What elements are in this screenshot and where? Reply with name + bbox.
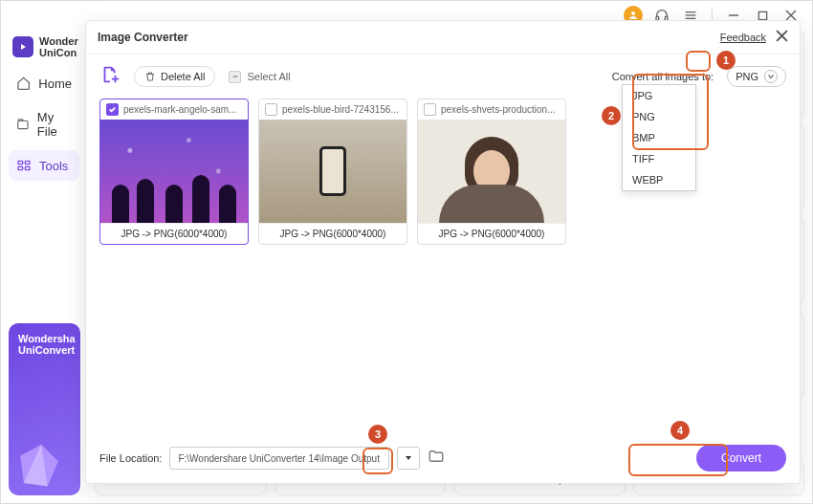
convert-to-label: Convert all images to: [612,71,714,82]
sidebar-item-home[interactable]: Home [9,68,79,99]
checkbox-icon [229,71,241,83]
format-select[interactable]: PNG [727,66,786,87]
svg-point-0 [631,11,635,15]
thumbnail-name: pexels-blue-bird-7243156... [282,104,399,115]
svg-rect-21 [115,76,117,82]
file-location-input[interactable] [169,447,389,470]
dropdown-item[interactable]: BMP [623,127,695,148]
annotation-badge-1: 1 [716,51,736,70]
open-folder-button[interactable] [428,448,445,469]
svg-marker-23 [406,456,411,460]
diamond-icon [11,439,65,493]
svg-marker-10 [21,44,26,50]
dropdown-item[interactable]: PNG [623,106,695,127]
close-icon[interactable] [776,29,788,46]
dropdown-item[interactable]: JPG [623,85,695,106]
sidebar-item-myfiles[interactable]: My File [9,102,79,146]
file-location-dropdown[interactable] [397,447,420,470]
sidebar-item-label: My File [37,110,72,139]
thumbnail-image [100,120,248,223]
sidebar-item-label: Tools [39,159,68,173]
file-location-label: File Location: [99,452,162,464]
thumbnail-card[interactable]: pexels-shvets-production... JPG -> PNG(6… [417,99,566,245]
promo-card[interactable]: WondershaUniConvert [9,323,80,495]
thumbnail-caption: JPG -> PNG(6000*4000) [100,223,248,244]
modal-title: Image Converter [98,31,188,44]
thumbnail-image [418,120,565,223]
delete-all-button[interactable]: Delete All [134,66,215,87]
chevron-down-icon [764,70,778,83]
sidebar-item-label: Home [38,77,72,91]
annotation-badge-3: 3 [368,425,387,444]
format-dropdown: JPG PNG BMP TIFF WEBP [622,84,696,191]
annotation-badge-2: 2 [602,106,621,125]
annotation-badge-4: 4 [670,421,690,440]
feedback-link[interactable]: Feedback [720,32,766,43]
modal-header: Image Converter Feedback [86,21,800,55]
svg-rect-22 [233,76,238,77]
thumbnail-checkbox[interactable] [106,103,119,116]
add-files-button[interactable] [99,64,121,89]
thumbnail-caption: JPG -> PNG(6000*4000) [259,223,406,244]
svg-rect-14 [18,166,23,169]
brand-text: WonderUniCon [39,35,78,58]
logo-icon [12,36,33,57]
dropdown-item[interactable]: TIFF [623,148,695,169]
sidebar-item-tools[interactable]: Tools [9,150,79,181]
thumbnail-card[interactable]: pexels-blue-bird-7243156... JPG -> PNG(6… [258,99,407,245]
thumbnail-name: pexels-shvets-production... [441,104,556,115]
thumbnail-image [259,120,406,223]
modal-footer: File Location: Convert [86,433,800,483]
select-all-checkbox[interactable]: Select All [229,71,290,83]
svg-rect-12 [18,161,23,164]
svg-rect-11 [18,121,28,129]
thumbnail-card[interactable]: pexels-mark-angelo-sam... JPG -> PNG(600… [99,99,249,245]
image-converter-modal: Image Converter Feedback Delete All Sele… [85,20,801,484]
sidebar: WonderUniCon Home My File Tools Wondersh… [1,30,87,503]
svg-rect-15 [25,166,30,169]
promo-text: WondershaUniConvert [18,333,71,356]
svg-rect-13 [25,161,30,164]
thumbnail-name: pexels-mark-angelo-sam... [123,104,236,115]
dropdown-item[interactable]: WEBP [623,169,695,190]
thumbnail-checkbox[interactable] [265,103,277,116]
thumbnail-checkbox[interactable] [424,103,436,116]
svg-rect-7 [758,11,766,19]
thumbnail-caption: JPG -> PNG(6000*4000) [418,223,565,244]
app-logo: WonderUniCon [9,30,79,64]
convert-button[interactable]: Convert [696,445,786,471]
